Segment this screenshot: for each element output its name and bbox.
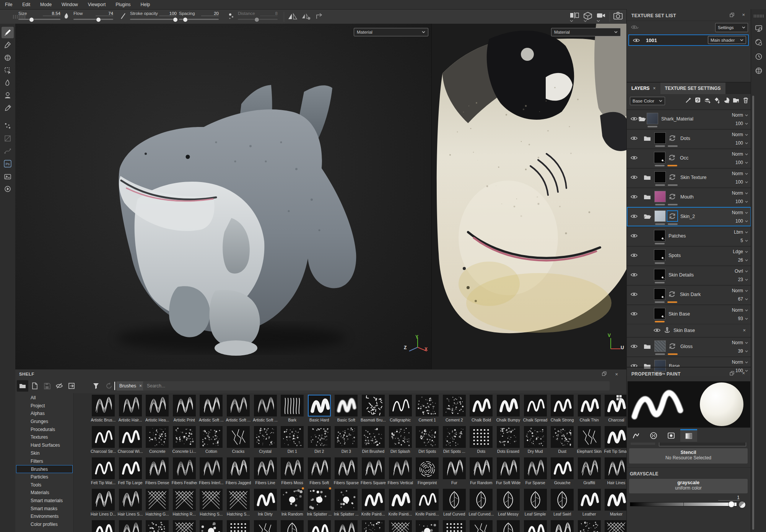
shelf-category-hard-surfaces[interactable]: Hard Surfaces xyxy=(16,441,73,449)
brush-tile-partial[interactable] xyxy=(198,520,224,532)
perspective-cube-icon[interactable] xyxy=(584,12,593,22)
rail-grip[interactable] xyxy=(754,15,764,18)
color-grayscale-toggle[interactable] xyxy=(738,501,746,508)
search-input[interactable]: Search... xyxy=(143,381,610,390)
slider-track[interactable] xyxy=(238,19,278,20)
brush-ink-dirty[interactable]: Ink Dirty xyxy=(253,489,278,516)
add-folder-icon[interactable] xyxy=(733,97,740,104)
brush-leather[interactable]: Leather xyxy=(577,489,602,516)
eye-icon[interactable] xyxy=(631,175,638,179)
layer-opacity[interactable]: 5 xyxy=(740,238,743,243)
eye-icon[interactable] xyxy=(631,214,638,218)
eye-icon[interactable] xyxy=(631,273,638,277)
shelf-category-brushes[interactable]: Brushes xyxy=(16,465,73,473)
brush-tile-partial[interactable] xyxy=(118,520,143,532)
projection-tool[interactable] xyxy=(2,52,14,63)
blend-mode[interactable]: Lbrn xyxy=(734,229,743,235)
slider-value[interactable]: 20 xyxy=(201,11,219,16)
material-picker-tool[interactable] xyxy=(2,102,14,114)
layer-thumbnail[interactable] xyxy=(654,132,666,144)
eye-icon[interactable] xyxy=(631,117,638,121)
layer-row-skin-2[interactable]: Skin_2Norm100 xyxy=(627,207,751,226)
brush-hatching-s[interactable]: Hatching S... xyxy=(226,489,251,516)
folder-icon[interactable] xyxy=(644,343,651,349)
uv-texture-view[interactable] xyxy=(432,24,627,369)
eye-icon[interactable] xyxy=(631,195,638,199)
brush-tile-partial[interactable] xyxy=(468,520,494,532)
brush-fibers-vertical[interactable]: Fibers Vertical xyxy=(388,457,413,485)
particles-tool[interactable] xyxy=(2,120,14,132)
eye-icon[interactable] xyxy=(631,292,638,296)
brush-basmati-bru[interactable]: Basmati Bru... xyxy=(361,395,386,422)
brush-hair-lines-d[interactable]: Hair Lines D... xyxy=(91,489,116,516)
brush-dirt-brushed[interactable]: Dirt Brushed xyxy=(361,426,386,454)
blend-mode[interactable]: Norm xyxy=(732,151,743,157)
brush-ink-splatter[interactable]: Ink Splatter ... xyxy=(333,489,359,516)
layer-row-shark-material[interactable]: Shark_MaterialNorm100 xyxy=(627,109,751,129)
brush-charcoal-wi[interactable]: Charcoal Wi... xyxy=(118,426,143,454)
shelf-category-alphas[interactable]: Alphas xyxy=(16,410,73,418)
folder-icon[interactable] xyxy=(644,194,651,200)
shader-settings-icon[interactable] xyxy=(754,38,763,47)
brush-dirt-1[interactable]: Dirt 1 xyxy=(280,426,305,454)
quick-mask-tool[interactable] xyxy=(2,133,14,144)
blend-mode[interactable]: Ovrl xyxy=(735,268,743,274)
eye-icon[interactable] xyxy=(631,253,638,257)
photoshop-icon[interactable]: Ps xyxy=(2,158,14,169)
layer-thumbnail[interactable] xyxy=(654,308,665,319)
layer-row-skin-texture[interactable]: Skin TextureNorm100 xyxy=(627,168,751,187)
brush-dirt-2[interactable]: Dirt 2 xyxy=(307,426,332,454)
menu-item-file[interactable]: File xyxy=(0,0,17,9)
grayscale-slider[interactable] xyxy=(630,502,737,506)
screenshot-camera-icon[interactable] xyxy=(613,12,623,20)
folder-icon[interactable] xyxy=(644,363,651,369)
mirror-icon[interactable] xyxy=(288,13,298,20)
brush-concrete-li[interactable]: Concrete Li... xyxy=(172,426,197,454)
menu-item-plugins[interactable]: Plugins xyxy=(111,0,135,9)
brush-dust[interactable]: Dust xyxy=(550,426,575,454)
brush-concrete[interactable]: Concrete xyxy=(145,426,170,454)
brush-elephant-skin[interactable]: Elephant Skin xyxy=(577,426,602,454)
folder-icon[interactable] xyxy=(17,380,28,392)
brush-chalk-strong[interactable]: Chalk Strong xyxy=(550,395,575,422)
grayscale-resource-button[interactable]: grayscale uniform color xyxy=(629,479,748,493)
layer-thumbnail[interactable] xyxy=(654,269,665,280)
layer-row-dots[interactable]: DotsNorm100 xyxy=(627,129,751,148)
brush-fibers-sparse[interactable]: Fibers Sparse xyxy=(333,457,359,485)
mask-loop-icon[interactable] xyxy=(667,172,677,182)
brush-artistic-soft[interactable]: Artistic Soft ... xyxy=(226,395,251,422)
brush-tip-icon[interactable] xyxy=(63,13,70,20)
brush-artistic-print[interactable]: Artistic Print xyxy=(172,395,197,422)
brush-hatching-s[interactable]: Hatching S... xyxy=(198,489,224,516)
slider-value[interactable]: 100 xyxy=(159,11,177,16)
brush-tile-partial[interactable] xyxy=(145,520,170,532)
layer-thumbnail[interactable] xyxy=(654,230,665,241)
slider-knob[interactable] xyxy=(173,17,178,22)
remove-anchor-icon[interactable]: × xyxy=(743,327,746,333)
brush-knife-painti[interactable]: Knife Painti... xyxy=(388,489,413,516)
add-layer-icon[interactable] xyxy=(704,97,711,104)
layer-row-occ[interactable]: OccNorm100 xyxy=(627,148,751,168)
brush-knife-painti[interactable]: Knife Painti... xyxy=(415,489,440,516)
viewport-2d[interactable]: Material V U xyxy=(431,24,627,369)
slider-knob[interactable] xyxy=(29,17,34,22)
texture-set-row-1001[interactable]: 1001 Main shader xyxy=(628,34,749,46)
layer-opacity[interactable]: 93 xyxy=(738,316,743,321)
material-mode-dropdown-3d[interactable]: Material xyxy=(354,28,428,36)
eye-icon[interactable] xyxy=(654,328,660,332)
close-panel-icon[interactable]: × xyxy=(615,371,618,377)
layer-opacity[interactable]: 39 xyxy=(738,348,743,354)
shelf-category-grunges[interactable]: Grunges xyxy=(16,418,73,426)
brush-cotton[interactable]: Cotton xyxy=(198,426,224,454)
brush-tile-partial[interactable] xyxy=(523,520,548,532)
stencil-tab-icon[interactable] xyxy=(663,429,680,442)
remove-filter-icon[interactable]: × xyxy=(139,383,142,389)
shelf-category-textures[interactable]: Textures xyxy=(16,433,73,441)
slider-track[interactable] xyxy=(18,19,60,20)
layer-opacity[interactable]: 100 xyxy=(735,140,743,146)
add-fill-layer-icon[interactable] xyxy=(714,97,720,104)
shark-model[interactable] xyxy=(15,24,431,369)
slider-track[interactable] xyxy=(130,19,177,20)
layer-row-skin-details[interactable]: Skin DetailsOvrl23 xyxy=(627,265,751,285)
brush-dirt-spots[interactable]: Dirt Spots ... xyxy=(442,426,467,454)
